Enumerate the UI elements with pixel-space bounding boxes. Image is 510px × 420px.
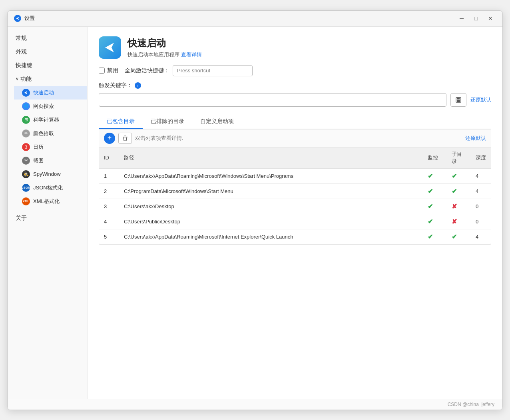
col-header-subdir: 子目录 [447,147,471,169]
cell-subdir: ✔ [447,183,471,199]
table-area: + 双击列表项查看详情. 还原默认 ID [99,129,491,245]
check-icon: ✔ [452,188,457,195]
tabs: 已包含目录 已排除的目录 自定义启动项 [99,115,491,129]
sidebar-item-json-format[interactable]: JSON JSON格式化 [14,181,87,195]
sidebar-group-features[interactable]: ∨ 功能 [8,72,87,86]
trigger-label: 触发关键字： [99,82,132,89]
quick-launch-label: 快速启动 [33,89,54,96]
shortcuts-label: 快捷键 [16,62,32,69]
sidebar-item-appearance[interactable]: 外观 [8,45,87,59]
cell-depth: 0 [471,214,491,229]
table-row[interactable]: 3 C:\Users\akx\Desktop ✔ ✘ 0 [99,199,491,214]
sidebar-item-screenshot[interactable]: ✂ 截图 [14,154,87,167]
window-title: 设置 [24,15,456,22]
cell-depth: 0 [471,199,491,214]
about-label: 关于 [16,215,27,222]
app-detail-link[interactable]: 查看详情 [181,52,202,58]
cell-path: C:\Users\akx\AppData\Roaming\Microsoft\I… [119,229,423,244]
json-format-icon: JSON [22,184,30,192]
restore-default-link[interactable]: 还原默认 [470,96,491,104]
sidebar-item-color-picker[interactable]: ✏ 颜色拾取 [14,127,87,140]
cell-monitor: ✔ [423,229,447,244]
trigger-text-input[interactable] [99,93,446,107]
col-header-id: ID [99,147,119,169]
trash-icon [122,135,128,141]
table-body: 1 C:\Users\akx\AppData\Roaming\Microsoft… [99,168,491,244]
disable-checkbox-label[interactable]: 禁用 [99,67,118,74]
sidebar-item-xml-format[interactable]: XML XML格式化 [14,195,87,208]
table-restore-link[interactable]: 还原默认 [465,135,486,142]
cell-monitor: ✔ [423,214,447,229]
save-trigger-button[interactable] [450,93,466,107]
app-icon [99,36,121,59]
sidebar-item-calculator[interactable]: ⊞ 科学计算器 [14,113,87,127]
sidebar-item-about[interactable]: 关于 [8,211,87,225]
sidebar-item-web-search[interactable]: 🌐 网页搜索 [14,100,87,113]
main-window: 设置 ─ □ ✕ 常规 外观 快捷键 ∨ 功能 [7,10,503,410]
titlebar-controls: ─ □ ✕ [456,13,496,24]
tab-included[interactable]: 已包含目录 [99,115,143,129]
calculator-icon: ⊞ [22,116,30,124]
sidebar: 常规 外观 快捷键 ∨ 功能 快速启动 [8,27,88,399]
json-format-label: JSON格式化 [33,184,63,191]
color-picker-label: 颜色拾取 [33,130,54,137]
svg-rect-3 [457,100,460,102]
cell-monitor: ✔ [423,183,447,199]
table-header-row: ID 路径 监控 子目录 深度 [99,147,491,169]
table-row[interactable]: 2 C:\ProgramData\Microsoft\Windows\Start… [99,183,491,199]
table-row[interactable]: 5 C:\Users\akx\AppData\Roaming\Microsoft… [99,229,491,244]
chevron-down-icon: ∨ [16,76,19,82]
svg-rect-4 [123,137,127,137]
cross-icon: ✘ [452,203,457,210]
cell-id: 4 [99,214,119,229]
trigger-row: 触发关键字： i [99,82,491,89]
app-info: 快速启动 快速启动本地应用程序 查看详情 [127,37,202,58]
tab-excluded[interactable]: 已排除的目录 [143,115,192,129]
screenshot-label: 截图 [33,157,44,164]
check-icon: ✔ [428,203,433,210]
tab-custom[interactable]: 自定义启动项 [192,115,242,129]
delete-row-button[interactable] [118,133,132,144]
table-row[interactable]: 4 C:\Users\Public\Desktop ✔ ✘ 0 [99,214,491,229]
sidebar-item-quick-launch[interactable]: 快速启动 [14,86,87,100]
disable-label: 禁用 [107,67,118,74]
add-row-button[interactable]: + [104,133,115,144]
cross-icon: ✘ [452,218,457,225]
info-icon[interactable]: i [135,82,141,89]
save-icon [455,97,462,103]
maximize-button[interactable]: □ [470,13,482,24]
sidebar-item-spy-window[interactable]: 🕵 SpyWindow [14,167,87,181]
svg-rect-2 [457,98,460,100]
footer-spacer [99,245,491,251]
shortcut-input[interactable] [173,65,253,76]
cell-depth: 4 [471,183,491,199]
cell-path: C:\Users\Public\Desktop [119,214,423,229]
minimize-button[interactable]: ─ [456,13,467,24]
check-icon: ✔ [452,233,457,240]
sidebar-item-calendar[interactable]: 3 日历 [14,140,87,154]
close-button[interactable]: ✕ [485,13,496,24]
app-title: 快速启动 [127,37,202,50]
spy-window-label: SpyWindow [33,171,61,177]
web-search-label: 网页搜索 [33,103,54,110]
calculator-label: 科学计算器 [33,116,59,123]
check-icon: ✔ [452,173,457,179]
screenshot-icon: ✂ [22,157,30,165]
table-row[interactable]: 1 C:\Users\akx\AppData\Roaming\Microsoft… [99,168,491,183]
sidebar-item-shortcuts[interactable]: 快捷键 [8,59,87,72]
cell-id: 2 [99,183,119,199]
sidebar-item-general[interactable]: 常规 [8,32,87,45]
xml-format-icon: XML [22,197,30,205]
app-icon-titlebar [14,15,21,22]
cell-id: 3 [99,199,119,214]
col-header-path: 路径 [119,147,423,169]
cell-subdir: ✘ [447,199,471,214]
titlebar: 设置 ─ □ ✕ [8,11,502,27]
cell-path: C:\Users\akx\Desktop [119,199,423,214]
cell-id: 1 [99,168,119,183]
quick-launch-icon [22,89,30,97]
cell-path: C:\ProgramData\Microsoft\Windows\Start M… [119,183,423,199]
calendar-icon: 3 [22,143,30,151]
cell-subdir: ✔ [447,229,471,244]
disable-checkbox[interactable] [99,68,105,74]
